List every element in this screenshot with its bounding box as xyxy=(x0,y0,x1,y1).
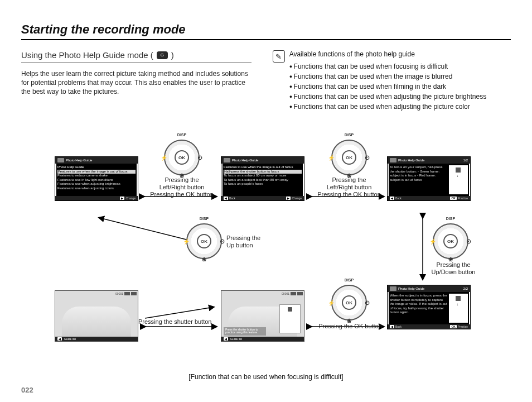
page-title: Starting the recording mode xyxy=(21,22,511,37)
lcd-screen-2: Photo Help Guide Features to use when th… xyxy=(221,156,304,201)
caption-shutter: Pressing the shutter button xyxy=(138,318,222,326)
guide-icon xyxy=(390,286,396,291)
svg-line-3 xyxy=(145,307,214,318)
practice-tip: Press the shutter button to practice usi… xyxy=(224,327,266,336)
practice-illustration-icon xyxy=(279,304,301,333)
ok-button-icon: OK xyxy=(342,295,356,310)
guide-icon xyxy=(390,158,396,162)
caption-lr-ok-2: Pressing theLeft/Right buttonPressing th… xyxy=(310,176,388,199)
note-title: Available functions of the photo help gu… xyxy=(289,50,487,58)
page-number: 022 xyxy=(21,386,33,394)
manual-page: Starting the recording mode Using the Ph… xyxy=(0,0,532,402)
list-item: Functions that can be used when adjustin… xyxy=(289,92,487,102)
svg-line-6 xyxy=(99,218,188,240)
control-dial: OK DISP⚡⏲❀ xyxy=(331,285,367,320)
caption-updown: Pressing theUp/Down button xyxy=(423,261,484,276)
mode-icon: G xyxy=(157,51,168,59)
ok-button-icon: OK xyxy=(342,150,356,165)
note-block: ✎ Available functions of the photo help … xyxy=(273,50,511,112)
lcd-screen-1: Photo Help Guide Photo Help Guide Featur… xyxy=(55,156,138,201)
control-dial: OK DISP⚡⏲❀ xyxy=(433,223,468,259)
flash-icon: ⚡ xyxy=(161,155,167,161)
disp-label: DISP xyxy=(177,133,186,137)
list-item: Functions that can be used when focusing… xyxy=(289,61,487,71)
diagram-area: Photo Help Guide Photo Help Guide Featur… xyxy=(21,134,511,386)
section-rule xyxy=(21,62,252,63)
list-item: Functions that can be used when filming … xyxy=(289,82,487,92)
ok-button-icon: OK xyxy=(197,234,211,248)
guide-icon xyxy=(224,158,230,162)
lcd-screen-3: Photo Help Guide1/2 To focus on your sub… xyxy=(387,156,471,201)
title-rule xyxy=(21,39,511,40)
control-dial: OK DISP⚡⏲❀ xyxy=(331,140,367,175)
ok-button-icon: OK xyxy=(175,150,189,165)
intro-text: Helps the user learn the correct picture… xyxy=(21,69,252,97)
section-heading: Using the Photo Help Guide mode ( G ) xyxy=(21,50,252,60)
caption-up: Pressing theUp button xyxy=(226,234,288,249)
lcd-photo-2: 00001 Press the shutter button to practi… xyxy=(221,290,304,342)
diagram-caption: [Function that can be used when focusing… xyxy=(21,373,511,381)
ok-button-icon: OK xyxy=(443,234,458,248)
lcd-screen-4: Photo Help Guide2/2 When the subject is … xyxy=(387,285,471,329)
caption-lr-ok-1: Pressing theLeft/Right buttonPressing th… xyxy=(143,176,221,199)
lcd-photo-1: 00001 ◀Guide list xyxy=(55,290,138,342)
list-item: Functions that can be used when the imag… xyxy=(289,71,487,82)
caption-ok: Pressing the OK button xyxy=(317,323,384,330)
control-dial: OK DISP⚡⏲❀ xyxy=(186,223,222,259)
note-bullet-list: Functions that can be used when focusing… xyxy=(289,61,487,112)
note-icon: ✎ xyxy=(273,50,285,63)
list-item: Functions that can be used when adjustin… xyxy=(289,102,487,112)
control-dial: OK DISP ⚡ ⏲ ❀ xyxy=(164,140,200,175)
timer-icon: ⏲ xyxy=(197,155,203,161)
guide-icon xyxy=(57,158,64,162)
